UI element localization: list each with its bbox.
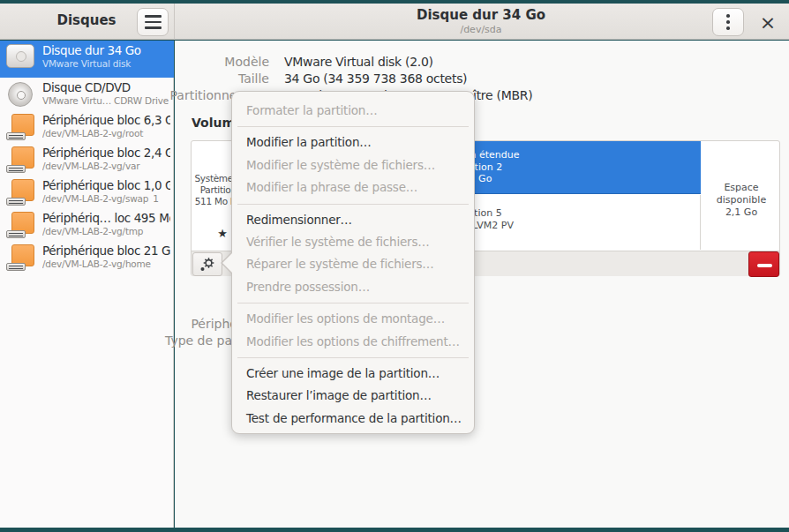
sidebar-item-title: Disque CD/DVD xyxy=(42,80,170,94)
size-label: Taille xyxy=(163,71,269,86)
sidebar-item-title: Périphérique bloc 2,4 Go xyxy=(42,146,170,160)
partition-context-menu: Formater la partition… Modifier la parti… xyxy=(231,91,475,434)
sidebar-item-title: Périphériq… loc 495 Mo xyxy=(42,211,170,225)
sidebar-item-lv-swap[interactable]: Périphérique bloc 1,0 Go /dev/VM-LAB-2-v… xyxy=(0,176,174,208)
menu-item-edit-mount-options: Modifier les options de montage… xyxy=(232,308,474,330)
menu-item-change-passphrase: Modifier la phrase de passe… xyxy=(232,176,474,199)
menu-item-take-ownership: Prendre possession… xyxy=(232,276,474,298)
gnome-disks-window: Disques Disque dur 34 Go /dev/sda × Disq… xyxy=(0,0,789,532)
sidebar-item-subtitle: /dev/VM-LAB-2-vg/tmp xyxy=(42,226,170,236)
menu-item-edit-filesystem: Modifier le système de fichiers… xyxy=(232,154,474,176)
menu-separator xyxy=(237,126,469,127)
gear-icon xyxy=(199,257,215,273)
window-title-block: Disque dur 34 Go /dev/sda xyxy=(349,7,613,35)
window-subtitle: /dev/sda xyxy=(349,24,613,35)
block-device-icon xyxy=(6,212,36,238)
menu-item-benchmark-partition[interactable]: Test de performance de la partition… xyxy=(232,408,474,430)
block-device-icon xyxy=(6,244,36,271)
device-list: Disque dur 34 Go VMware Virtual disk Dis… xyxy=(0,41,174,528)
menu-separator xyxy=(237,204,469,205)
menu-item-check-filesystem: Vérifier le système de fichiers… xyxy=(232,231,474,253)
block-device-icon xyxy=(6,146,36,173)
menu-item-create-partition-image[interactable]: Créer une image de la partition… xyxy=(232,363,474,385)
menu-item-repair-filesystem: Réparer le système de fichiers… xyxy=(232,253,474,275)
menu-item-edit-partition[interactable]: Modifier la partition… xyxy=(232,131,474,154)
sidebar-item-title: Périphérique bloc 21 Go xyxy=(42,244,170,258)
menu-item-restore-partition-image[interactable]: Restaurer l’image de partition… xyxy=(232,385,474,407)
sidebar-item-lv-home[interactable]: Périphérique bloc 21 Go /dev/VM-LAB-2-vg… xyxy=(0,241,174,273)
harddisk-icon xyxy=(6,44,34,68)
sidebar-item-subtitle: VMware Virtual disk xyxy=(42,58,170,69)
sidebar-item-cdrom[interactable]: Disque CD/DVD VMware Virtu…CDRW Drive xyxy=(0,78,174,110)
model-value: VMware Virtual disk (2.0) xyxy=(284,55,433,69)
optical-disc-icon xyxy=(8,82,33,107)
free-space-size: 2,1 Go xyxy=(702,206,781,219)
sidebar-item-subtitle: /dev/VM-LAB-2-vg/var xyxy=(42,161,170,171)
window-title: Disque dur 34 Go xyxy=(349,7,613,23)
sidebar-item-lv-root[interactable]: Périphérique bloc 6,3 Go /dev/VM-LAB-2-v… xyxy=(0,110,174,143)
header-divider xyxy=(174,4,175,40)
sidebar-item-subtitle: /dev/VM-LAB-2-vg/home xyxy=(42,259,170,269)
menu-separator xyxy=(237,357,469,358)
delete-partition-button[interactable] xyxy=(748,251,779,277)
sidebar-item-lv-var[interactable]: Périphérique bloc 2,4 Go /dev/VM-LAB-2-v… xyxy=(0,143,174,176)
sidebar-item-subtitle: /dev/VM-LAB-2-vg/swap_1 xyxy=(42,193,170,204)
menu-item-resize[interactable]: Redimensionner… xyxy=(232,209,474,231)
sidebar-item-disk-sda[interactable]: Disque dur 34 Go VMware Virtual disk xyxy=(0,41,174,78)
sidebar-item-subtitle: /dev/VM-LAB-2-vg/root xyxy=(42,128,170,139)
sidebar-item-title: Périphérique bloc 1,0 Go xyxy=(42,178,170,192)
model-label: Modèle xyxy=(163,55,269,69)
kebab-icon xyxy=(726,14,730,30)
block-device-icon xyxy=(6,114,36,140)
size-value: 34 Go (34 359 738 368 octets) xyxy=(284,71,467,86)
sidebar-item-title: Périphérique bloc 6,3 Go xyxy=(42,113,170,127)
sidebar-item-subtitle: VMware Virtu…CDRW Drive xyxy=(42,95,170,106)
menu-item-format-partition: Formater la partition… xyxy=(232,100,474,122)
hamburger-icon xyxy=(145,15,162,29)
sidebar-item-title: Disque dur 34 Go xyxy=(42,43,170,57)
block-device-icon xyxy=(6,179,36,206)
app-menu-button[interactable] xyxy=(712,8,744,36)
sidebar-item-lv-tmp[interactable]: Périphériq… loc 495 Mo /dev/VM-LAB-2-vg/… xyxy=(0,208,174,241)
close-button[interactable]: × xyxy=(752,8,784,36)
free-space-block[interactable]: Espace disponible 2,1 Go xyxy=(702,141,781,250)
menu-item-edit-encryption-options: Modifier les options de chiffrement… xyxy=(232,331,474,353)
partition-options-button[interactable] xyxy=(192,252,222,276)
hamburger-menu-button[interactable] xyxy=(137,8,169,36)
menu-separator xyxy=(237,303,469,303)
app-title: Disques xyxy=(35,12,138,28)
free-space-label: Espace disponible xyxy=(702,182,781,206)
